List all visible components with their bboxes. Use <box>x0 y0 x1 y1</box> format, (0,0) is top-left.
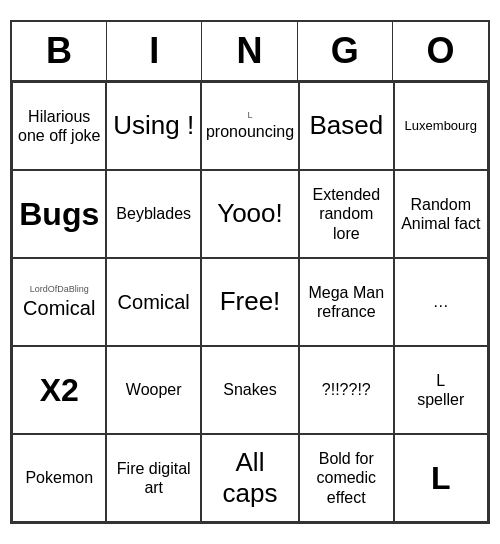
cell-3-3: ?!!??!? <box>299 346 393 434</box>
cell-4-3-text: Bold for comedic effect <box>304 449 388 507</box>
cell-0-1-text: Using ! <box>113 110 194 141</box>
cell-3-1-text: Wooper <box>126 380 182 399</box>
cell-2-0-text: Comical <box>23 296 95 320</box>
cell-2-2-text: Free! <box>220 286 281 317</box>
bingo-card: B I N G O Hilarious one off joke Using !… <box>10 20 490 524</box>
cell-1-2-text: Yooo! <box>217 198 283 229</box>
cell-1-1: Beyblades <box>106 170 200 258</box>
cell-3-0: X2 <box>12 346 106 434</box>
cell-3-0-text: X2 <box>40 371 79 409</box>
cell-1-1-text: Beyblades <box>116 204 191 223</box>
cell-3-3-text: ?!!??!? <box>322 380 371 399</box>
cell-4-0-text: Pokemon <box>25 468 93 487</box>
cell-4-0: Pokemon <box>12 434 106 522</box>
cell-1-0-text: Bugs <box>19 195 99 233</box>
cell-2-0: LordOfDaBling Comical <box>12 258 106 346</box>
cell-0-0-text: Hilarious one off joke <box>17 107 101 145</box>
cell-4-2: All caps <box>201 434 299 522</box>
cell-4-1-text: Fire digital art <box>111 459 195 497</box>
cell-0-0: Hilarious one off joke <box>12 82 106 170</box>
cell-4-2-text: All caps <box>206 447 294 509</box>
cell-1-2: Yooo! <box>201 170 299 258</box>
cell-2-4: … <box>394 258 488 346</box>
cell-2-2: Free! <box>201 258 299 346</box>
cell-2-1: Comical <box>106 258 200 346</box>
cell-0-3: Based <box>299 82 393 170</box>
cell-2-4-text: … <box>433 292 449 311</box>
bingo-header: B I N G O <box>12 22 488 82</box>
cell-1-0: Bugs <box>12 170 106 258</box>
cell-0-2: L pronouncing <box>201 82 299 170</box>
cell-0-3-text: Based <box>309 110 383 141</box>
cell-1-3-text: Extended random lore <box>304 185 388 243</box>
cell-4-1: Fire digital art <box>106 434 200 522</box>
cell-2-1-text: Comical <box>118 290 190 314</box>
cell-3-1: Wooper <box>106 346 200 434</box>
cell-0-4: Luxembourg <box>394 82 488 170</box>
cell-2-0-sub: LordOfDaBling <box>30 284 89 294</box>
cell-0-4-text: Luxembourg <box>405 118 477 134</box>
cell-3-4-text: Lspeller <box>417 371 464 409</box>
cell-0-2-text: pronouncing <box>206 122 294 141</box>
header-n: N <box>202 22 297 80</box>
cell-1-4: Random Animal fact <box>394 170 488 258</box>
cell-1-3: Extended random lore <box>299 170 393 258</box>
header-b: B <box>12 22 107 80</box>
cell-4-3: Bold for comedic effect <box>299 434 393 522</box>
bingo-grid: Hilarious one off joke Using ! L pronoun… <box>12 82 488 522</box>
cell-0-2-sub: L <box>247 110 252 120</box>
header-o: O <box>393 22 488 80</box>
cell-4-4: L <box>394 434 488 522</box>
header-g: G <box>298 22 393 80</box>
cell-3-2-text: Snakes <box>223 380 276 399</box>
header-i: I <box>107 22 202 80</box>
cell-2-3: Mega Man refrance <box>299 258 393 346</box>
cell-3-4: Lspeller <box>394 346 488 434</box>
cell-1-4-text: Random Animal fact <box>399 195 483 233</box>
cell-0-1: Using ! <box>106 82 200 170</box>
cell-4-4-text: L <box>431 459 451 497</box>
cell-3-2: Snakes <box>201 346 299 434</box>
cell-2-3-text: Mega Man refrance <box>304 283 388 321</box>
